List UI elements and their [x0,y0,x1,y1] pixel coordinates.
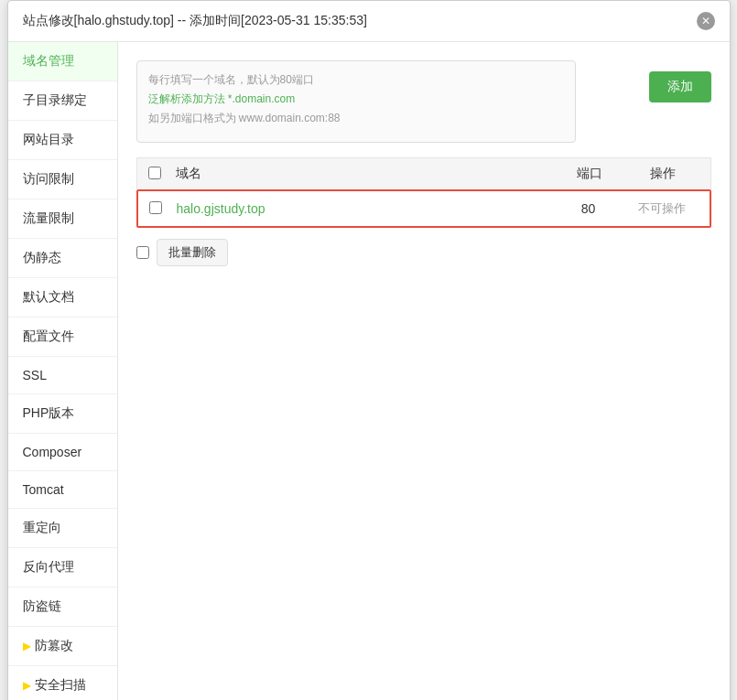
sidebar-item-php[interactable]: PHP版本 [8,394,117,434]
modal-body: 域名管理子目录绑定网站目录访问限制流量限制伪静态默认文档配置文件SSLPHP版本… [8,42,730,700]
hint-line1: 每行填写一个域名，默认为80端口 [148,72,564,88]
domain-input-area: 每行填写一个域名，默认为80端口 泛解析添加方法 *.domain.com 如另… [136,60,576,143]
close-button[interactable]: ✕ [697,12,715,30]
sidebar-item-domain[interactable]: 域名管理 [8,42,117,81]
row-checkbox[interactable] [149,201,162,214]
diamond-icon: ▶ [23,640,31,652]
batch-delete-area: 批量删除 [136,239,711,266]
header-action: 操作 [626,166,699,182]
row-action: 不可操作 [625,200,699,217]
row-check [149,201,177,217]
sidebar-item-subdir[interactable]: 子目录绑定 [8,81,117,121]
sidebar-item-proxy[interactable]: 反向代理 [8,548,117,587]
sidebar: 域名管理子目录绑定网站目录访问限制流量限制伪静态默认文档配置文件SSLPHP版本… [8,42,118,700]
sidebar-item-default_doc[interactable]: 默认文档 [8,278,117,318]
sidebar-item-tomcat[interactable]: Tomcat [8,471,117,509]
sidebar-item-traffic[interactable]: 流量限制 [8,199,117,239]
sidebar-item-redirect[interactable]: 重定向 [8,509,117,548]
hint-line2: 泛解析添加方法 *.domain.com [148,92,564,107]
sidebar-item-scan[interactable]: ▶安全扫描 [8,666,117,700]
header-port: 端口 [553,166,626,182]
hint-line3: 如另加端口格式为 www.domain.com:88 [148,111,564,126]
sidebar-item-sitedir[interactable]: 网站目录 [8,121,117,160]
table-rows: halo.gjstudy.top 80 不可操作 [136,189,711,228]
sidebar-item-access[interactable]: 访问限制 [8,160,117,199]
sidebar-item-static[interactable]: 伪静态 [8,239,117,278]
batch-check[interactable] [136,246,149,259]
domain-table: 域名 端口 操作 halo.gjstudy.top 80 不可操作 [136,157,711,228]
header-domain: 域名 [176,166,553,182]
add-domain-button[interactable]: 添加 [649,71,711,102]
sidebar-item-composer[interactable]: Composer [8,434,117,471]
sidebar-item-ssl[interactable]: SSL [8,357,117,394]
main-modal: 站点修改[halo.ghstudy.top] -- 添加时间[2023-05-3… [7,0,731,700]
sidebar-item-config[interactable]: 配置文件 [8,318,117,357]
modal-header: 站点修改[halo.ghstudy.top] -- 添加时间[2023-05-3… [8,1,730,42]
add-button-container: 添加 [649,71,711,102]
batch-delete-button[interactable]: 批量删除 [157,239,228,266]
table-header: 域名 端口 操作 [136,157,711,189]
domain-input-wrapper: 每行填写一个域名，默认为80端口 泛解析添加方法 *.domain.com 如另… [136,60,711,143]
row-domain: halo.gjstudy.top [177,201,552,216]
sidebar-item-hotlink[interactable]: 防盗链 [8,587,117,627]
table-row: halo.gjstudy.top 80 不可操作 [136,189,711,228]
sidebar-item-tamper[interactable]: ▶防篡改 [8,627,117,666]
main-content: 每行填写一个域名，默认为80端口 泛解析添加方法 *.domain.com 如另… [118,42,730,700]
header-check [148,167,176,182]
select-all-checkbox[interactable] [148,167,161,179]
diamond-icon: ▶ [23,679,31,692]
modal-title: 站点修改[halo.ghstudy.top] -- 添加时间[2023-05-3… [23,13,367,29]
row-port: 80 [552,201,625,216]
